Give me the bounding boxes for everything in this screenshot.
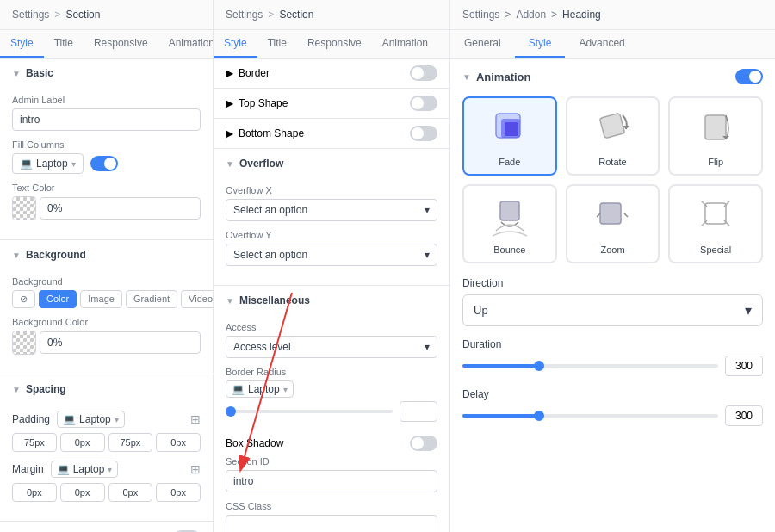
direction-select[interactable]: Up ▾: [462, 294, 763, 326]
tab-style-p3[interactable]: Style: [515, 30, 566, 58]
text-color-swatch[interactable]: [12, 196, 36, 220]
basic-section-header[interactable]: ▼ Basic: [0, 59, 213, 88]
background-section-header[interactable]: ▼ Background: [0, 240, 213, 269]
anim-card-special[interactable]: Special: [668, 184, 763, 263]
rotate-label: Rotate: [598, 157, 626, 167]
delay-thumb[interactable]: [534, 411, 544, 421]
overflow-section-header[interactable]: ▼ Overflow: [214, 149, 450, 178]
bg-color-btn[interactable]: Color: [39, 290, 77, 308]
access-select[interactable]: Access level ▾: [226, 336, 437, 358]
duration-value-input[interactable]: [725, 356, 763, 376]
tab-style-p2[interactable]: Style: [214, 30, 257, 58]
misc-section-header[interactable]: ▼ Miscellaneous: [214, 286, 450, 315]
duration-track[interactable]: [462, 364, 718, 368]
overflow-y-row: Overflow Y Select an option ▾: [226, 230, 437, 266]
anim-card-flip[interactable]: Flip: [668, 96, 763, 176]
overflow-x-select[interactable]: Select an option ▾: [226, 199, 437, 221]
delay-control: Delay: [462, 388, 763, 426]
bc-settings[interactable]: Settings: [462, 9, 499, 21]
padding-lock-icon[interactable]: ⊞: [190, 412, 201, 426]
top-shape-arrow-icon: ▶: [226, 97, 233, 109]
box-shadow-toggle[interactable]: [410, 436, 437, 451]
bg-image-btn[interactable]: Image: [80, 290, 122, 308]
padding-bottom-input[interactable]: [108, 433, 153, 452]
bg-color-swatch[interactable]: [12, 331, 36, 355]
fill-columns-toggle[interactable]: [90, 156, 118, 171]
border-toggle[interactable]: [410, 65, 437, 81]
border-radius-track[interactable]: [226, 410, 393, 413]
column-alignment-header[interactable]: ▶ Column Alignment: [0, 522, 213, 532]
text-color-label: Text Color: [12, 182, 201, 193]
access-value: Access level: [233, 341, 291, 353]
miscellaneous-section: ▼ Miscellaneous Access Access level ▾ Bo…: [214, 286, 450, 532]
breadcrumb-sep1: >: [54, 9, 60, 21]
laptop-icon-margin: 💻: [57, 463, 70, 475]
bounce-label: Bounce: [493, 244, 525, 255]
misc-arrow-icon: ▼: [226, 296, 234, 306]
panel-right: Settings > Addon > Heading General Style…: [450, 0, 775, 532]
margin-bottom-input[interactable]: [108, 483, 153, 502]
bc-addon[interactable]: Addon: [516, 9, 546, 21]
tab-general-p3[interactable]: General: [450, 30, 515, 58]
br-device-label: Laptop: [248, 383, 280, 395]
background-type-label: Background: [12, 276, 201, 287]
top-shape-toggle[interactable]: [410, 96, 437, 111]
text-color-row: Text Color: [12, 182, 201, 220]
margin-top-input[interactable]: [12, 483, 57, 502]
css-class-row: CSS Class: [226, 501, 437, 532]
tab-animation-p1[interactable]: Animation: [158, 30, 214, 58]
overflow-y-chevron: ▾: [425, 249, 430, 261]
admin-label-input[interactable]: [12, 108, 201, 131]
anim-card-zoom[interactable]: Zoom: [566, 184, 660, 263]
bg-color-label: Background Color: [12, 317, 201, 327]
border-radius-thumb[interactable]: [226, 406, 236, 417]
bg-video-btn[interactable]: Video: [181, 290, 214, 308]
css-class-input[interactable]: [226, 515, 437, 532]
tab-title-p2[interactable]: Title: [257, 30, 297, 58]
anim-card-rotate[interactable]: Rotate: [566, 96, 660, 176]
background-section-content: Background ⊘ Color Image Gradient Video …: [0, 269, 213, 374]
bc-heading: Heading: [562, 9, 601, 21]
bg-color-percent-input[interactable]: [40, 331, 201, 354]
spacing-section-label: Spacing: [26, 383, 66, 395]
tab-advanced-p3[interactable]: Advanced: [565, 30, 638, 58]
section-id-input[interactable]: [226, 470, 437, 492]
delay-track[interactable]: [462, 414, 718, 418]
overflow-y-select[interactable]: Select an option ▾: [226, 244, 437, 266]
delay-value-input[interactable]: [725, 405, 763, 426]
margin-device[interactable]: 💻 Laptop ▾: [51, 461, 119, 478]
border-radius-device[interactable]: 💻 Laptop ▾: [226, 380, 294, 398]
tab-animation-p2[interactable]: Animation: [372, 30, 438, 58]
bg-gradient-btn[interactable]: Gradient: [126, 290, 177, 308]
bg-none-btn[interactable]: ⊘: [12, 290, 35, 308]
animation-toggle[interactable]: [735, 69, 763, 84]
tab-responsive-p2[interactable]: Responsive: [297, 30, 372, 58]
duration-thumb[interactable]: [534, 361, 544, 371]
section-id-label: Section ID: [226, 456, 437, 467]
top-shape-label: Top Shape: [239, 97, 288, 109]
margin-right-input[interactable]: [60, 483, 105, 502]
anim-card-fade[interactable]: Fade: [462, 96, 557, 176]
tab-responsive-p1[interactable]: Responsive: [84, 30, 158, 58]
fill-columns-device[interactable]: 💻 Laptop ▾: [12, 153, 84, 174]
bg-color-row: Background Color: [12, 317, 201, 355]
padding-device[interactable]: 💻 Laptop ▾: [57, 411, 125, 428]
padding-left-input[interactable]: [156, 433, 201, 452]
spacing-section-header[interactable]: ▼ Spacing: [0, 374, 213, 404]
background-section-label: Background: [26, 249, 86, 261]
margin-left-input[interactable]: [156, 483, 201, 502]
text-color-percent-input[interactable]: [40, 197, 201, 220]
breadcrumb-settings[interactable]: Settings: [12, 9, 49, 21]
breadcrumb-panel3: Settings > Addon > Heading: [450, 0, 775, 30]
bottom-shape-toggle[interactable]: [410, 126, 437, 141]
tab-title-p1[interactable]: Title: [44, 30, 84, 58]
anim-card-bounce[interactable]: Bounce: [462, 184, 557, 263]
margin-lock-icon[interactable]: ⊞: [190, 462, 201, 476]
tab-style-p1[interactable]: Style: [0, 30, 44, 58]
bottom-shape-row: ▶ Bottom Shape: [214, 119, 450, 149]
padding-top-input[interactable]: [12, 433, 57, 452]
border-radius-value[interactable]: [400, 401, 437, 422]
padding-right-input[interactable]: [60, 433, 105, 452]
bottom-shape-label: Bottom Shape: [239, 127, 304, 139]
breadcrumb-settings-p2[interactable]: Settings: [226, 9, 263, 21]
